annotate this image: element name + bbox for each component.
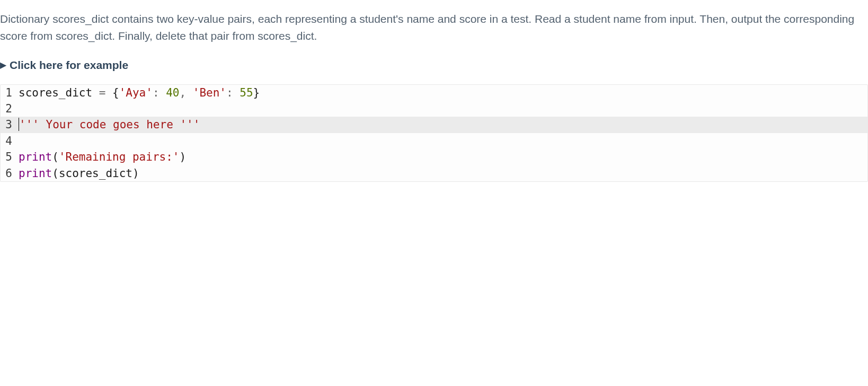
line-number: 6 xyxy=(1,165,16,181)
triangle-right-icon: ▶ xyxy=(0,59,6,72)
line-number: 1 xyxy=(1,85,16,101)
line-number: 3 xyxy=(1,117,16,133)
line-number: 2 xyxy=(1,101,16,117)
code-content: ''' Your code goes here ''' xyxy=(16,117,200,133)
line-number: 4 xyxy=(1,133,16,149)
example-toggle-label: Click here for example xyxy=(10,57,128,74)
code-editor[interactable]: 1 scores_dict = {'Aya': 40, 'Ben': 55} 2… xyxy=(0,84,868,182)
example-toggle[interactable]: ▶ Click here for example xyxy=(0,57,868,74)
code-line-6[interactable]: 6 print(scores_dict) xyxy=(1,165,867,181)
code-line-2[interactable]: 2 xyxy=(1,101,867,117)
code-line-3[interactable]: 3 ''' Your code goes here ''' xyxy=(1,117,867,133)
problem-description: Dictionary scores_dict contains two key-… xyxy=(0,0,868,44)
code-content: print(scores_dict) xyxy=(16,165,139,181)
code-line-5[interactable]: 5 print('Remaining pairs:') xyxy=(1,149,867,165)
code-content: print('Remaining pairs:') xyxy=(16,149,186,165)
code-line-1[interactable]: 1 scores_dict = {'Aya': 40, 'Ben': 55} xyxy=(1,85,867,101)
code-content: scores_dict = {'Aya': 40, 'Ben': 55} xyxy=(16,85,260,101)
code-line-4[interactable]: 4 xyxy=(1,133,867,149)
line-number: 5 xyxy=(1,149,16,165)
